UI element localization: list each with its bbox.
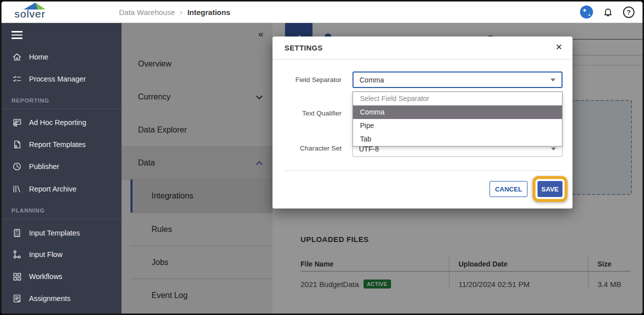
sidebar-item-label: Input Flow bbox=[29, 250, 62, 258]
sidebar-divider bbox=[2, 218, 122, 219]
publisher-icon bbox=[12, 161, 22, 172]
sidebar-item-label: Assignments bbox=[29, 294, 70, 302]
footer-divider bbox=[284, 170, 560, 171]
menu-toggle-button[interactable] bbox=[2, 28, 122, 42]
option-comma[interactable]: Comma bbox=[353, 106, 562, 119]
input-flow-icon bbox=[12, 249, 22, 260]
sidebar-item-process-manager[interactable]: Process Manager bbox=[2, 72, 122, 86]
sidebar-item-report-templates[interactable]: Report Templates bbox=[2, 137, 122, 152]
field-separator-label: Field Separator bbox=[272, 72, 342, 88]
help-icon[interactable]: ? bbox=[623, 6, 634, 18]
save-highlight-ring: SAVE bbox=[532, 176, 568, 202]
home-icon bbox=[12, 52, 22, 62]
report-templates-icon bbox=[12, 139, 22, 150]
sidebar-section-reporting: REPORTING bbox=[2, 98, 122, 104]
settings-modal: SETTINGS ✕ Field Separator Comma Select … bbox=[272, 36, 572, 208]
breadcrumb-separator-icon: › bbox=[180, 8, 182, 16]
app-window: solver Data Warehouse › Integrations ✦✦ … bbox=[0, 0, 644, 315]
content-area: « Overview Currency Data Explorer Data bbox=[122, 22, 642, 314]
sidebar-item-input-templates[interactable]: Input Templates bbox=[2, 226, 122, 240]
sidebar-item-label: Ad Hoc Reporting bbox=[29, 118, 86, 126]
sidebar-divider bbox=[2, 108, 122, 109]
option-pipe[interactable]: Pipe bbox=[353, 119, 562, 132]
solver-logo[interactable]: solver bbox=[14, 2, 46, 18]
option-select-field-separator[interactable]: Select Field Separator bbox=[353, 92, 562, 106]
breadcrumb-current: Integrations bbox=[188, 8, 230, 16]
sidebar-item-label: Report Archive bbox=[29, 185, 76, 193]
solver-logo-text: solver bbox=[14, 10, 46, 18]
field-separator-options-list: Select Field Separator Comma Pipe Tab bbox=[352, 92, 562, 146]
caret-down-icon bbox=[550, 78, 556, 82]
topbar: solver Data Warehouse › Integrations ✦✦ … bbox=[2, 2, 642, 22]
ai-assistant-icon[interactable]: ✦✦ bbox=[580, 6, 593, 18]
field-separator-value: Comma bbox=[360, 76, 384, 84]
sidebar-section-planning: PLANNING bbox=[2, 208, 122, 214]
sidebar-item-ad-hoc-reporting[interactable]: Ad Hoc Reporting bbox=[2, 115, 122, 130]
sidebar-item-publisher[interactable]: Publisher bbox=[2, 159, 122, 174]
process-manager-icon bbox=[12, 74, 22, 84]
workflows-icon bbox=[12, 271, 22, 282]
hamburger-icon bbox=[12, 30, 22, 40]
save-button[interactable]: SAVE bbox=[538, 181, 562, 197]
sidebar-item-label: Report Templates bbox=[29, 140, 86, 148]
field-separator-select[interactable]: Comma bbox=[352, 72, 562, 88]
assignments-icon bbox=[12, 293, 22, 304]
sidebar-item-workflows[interactable]: Workflows bbox=[2, 269, 122, 284]
report-archive-icon bbox=[12, 184, 22, 194]
caret-down-icon bbox=[551, 148, 556, 150]
cancel-button[interactable]: CANCEL bbox=[490, 181, 528, 197]
help-glyph: ? bbox=[627, 8, 631, 16]
notifications-bell-icon[interactable] bbox=[602, 6, 614, 18]
sidebar-item-home[interactable]: Home bbox=[2, 50, 122, 64]
sidebar-item-label: Publisher bbox=[29, 162, 59, 170]
sidebar-item-label: Workflows bbox=[29, 272, 62, 280]
sidebar-item-input-flow[interactable]: Input Flow bbox=[2, 247, 122, 262]
sidebar-item-report-archive[interactable]: Report Archive bbox=[2, 182, 122, 196]
primary-sidebar: Home Process Manager REPORTING Ad Hoc Re… bbox=[2, 22, 122, 314]
input-templates-icon bbox=[12, 228, 22, 238]
sparkle-glyph: ✦ bbox=[582, 7, 587, 14]
sidebar-item-label: Input Templates bbox=[29, 229, 80, 237]
modal-title: SETTINGS bbox=[284, 44, 323, 52]
breadcrumb-section[interactable]: Data Warehouse bbox=[119, 8, 175, 16]
option-tab[interactable]: Tab bbox=[353, 132, 562, 146]
character-set-label: Character Set bbox=[272, 140, 342, 156]
ad-hoc-reporting-icon bbox=[12, 117, 22, 128]
sparkle-glyph-small: ✦ bbox=[588, 13, 591, 18]
close-icon[interactable]: ✕ bbox=[556, 42, 562, 52]
text-qualifier-label: Text Qualifier bbox=[272, 105, 342, 122]
sidebar-item-label: Home bbox=[29, 53, 48, 61]
sidebar-item-assignments[interactable]: Assignments bbox=[2, 291, 122, 306]
breadcrumb: Data Warehouse › Integrations bbox=[119, 2, 230, 22]
sidebar-item-label: Process Manager bbox=[29, 75, 86, 83]
